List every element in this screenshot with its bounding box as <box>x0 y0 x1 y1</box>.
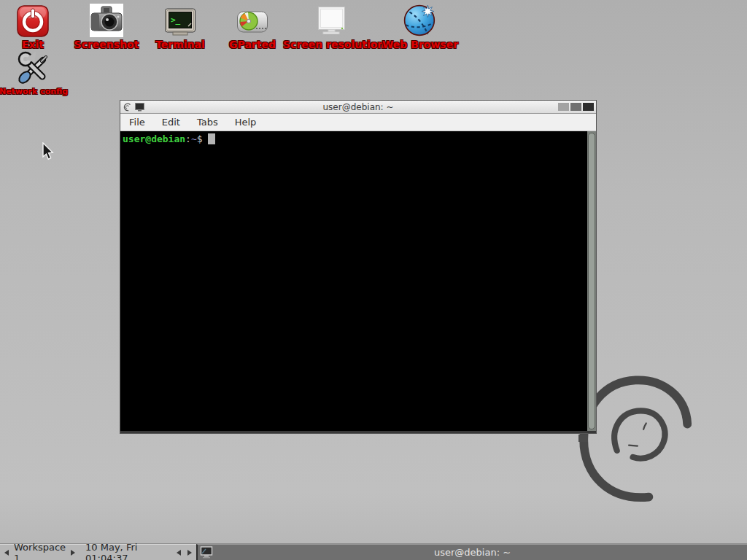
menu-tabs[interactable]: Tabs <box>197 117 218 128</box>
gparted-disk-icon <box>236 7 268 37</box>
prompt-symbol: $ <box>197 133 203 144</box>
task-monitor-icon <box>200 546 213 559</box>
desktop-icon-label: Web Browser <box>372 39 468 50</box>
workspace-label[interactable]: Workspace 1 <box>14 542 66 560</box>
window-menu-debian-icon[interactable] <box>123 102 132 112</box>
window-bottom-border <box>120 431 596 433</box>
scrollbar-thumb[interactable] <box>588 133 595 429</box>
desktop-icon-network-config[interactable]: Network config <box>0 50 82 96</box>
menu-edit[interactable]: Edit <box>162 117 180 128</box>
svg-text:>_: >_ <box>171 15 181 25</box>
minimize-button[interactable] <box>558 103 569 111</box>
taskbar-clock: 10 May, Fri 01:04:37 <box>85 542 166 560</box>
desktop-icon-screen-resolution[interactable]: Screen resolution <box>283 1 379 50</box>
scrollbar[interactable] <box>587 131 596 431</box>
mouse-cursor-icon <box>42 142 55 161</box>
menu-help[interactable]: Help <box>235 117 257 128</box>
window-cycle-next-icon[interactable] <box>187 550 192 556</box>
prompt-path: ~ <box>191 133 197 144</box>
desktop: { "desktop": { "icons": [ { "id": "exit"… <box>0 0 747 560</box>
task-button-label: user@debian: ~ <box>434 547 511 558</box>
terminal-app-icon <box>135 103 144 112</box>
menu-file[interactable]: File <box>129 117 145 128</box>
desktop-icon-web-browser[interactable]: Web Browser <box>372 1 468 50</box>
terminal-screen[interactable]: user@debian:~$ <box>120 131 587 431</box>
prompt-user-host: user@debian <box>123 133 185 144</box>
task-button-terminal[interactable]: user@debian: ~ <box>196 544 747 560</box>
exit-power-icon <box>17 5 49 37</box>
prompt-separator: : <box>185 133 191 144</box>
desktop-icon-label: Network config <box>0 87 82 96</box>
terminal-crt-icon: >_ <box>164 7 196 37</box>
monitor-icon <box>314 7 348 37</box>
window-titlebar[interactable]: user@debian: ~ <box>120 101 596 114</box>
camera-icon <box>90 4 123 37</box>
terminal-cursor <box>208 133 215 144</box>
terminal-window: user@debian: ~ File Edit Tabs Help user@… <box>120 100 597 434</box>
workspace-next-icon[interactable] <box>71 550 75 556</box>
workspace-prev-icon[interactable] <box>4 550 9 556</box>
close-button[interactable] <box>583 103 594 111</box>
tools-icon <box>17 50 50 85</box>
window-menubar: File Edit Tabs Help <box>120 114 596 131</box>
desktop-icon-label: Screen resolution <box>283 39 379 50</box>
window-resize-grip[interactable] <box>578 435 588 442</box>
taskbar-pager: Workspace 1 10 May, Fri 01:04:37 <box>0 544 196 560</box>
globe-icon <box>403 2 438 37</box>
maximize-button[interactable] <box>570 103 581 111</box>
window-cycle-prev-icon[interactable] <box>177 550 181 556</box>
taskbar: Workspace 1 10 May, Fri 01:04:37 user@de… <box>0 543 747 560</box>
window-title: user@debian: ~ <box>120 102 596 112</box>
